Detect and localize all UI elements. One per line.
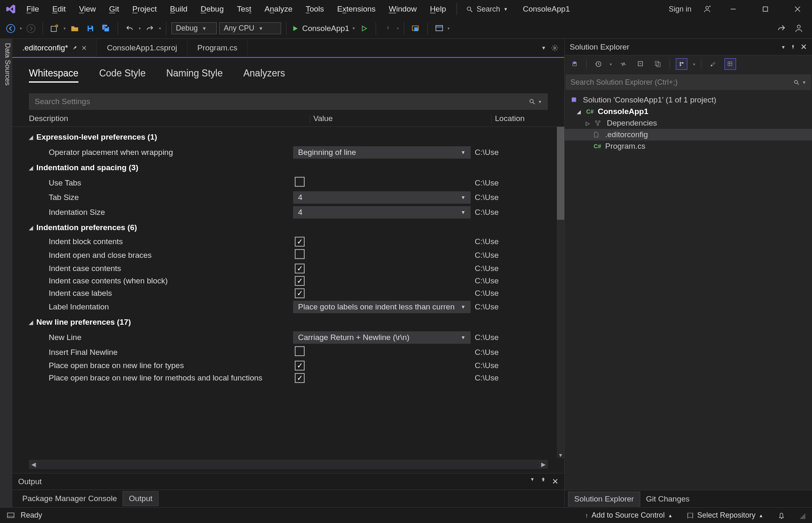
save-all-button[interactable] xyxy=(99,22,113,35)
live-share-button[interactable] xyxy=(775,22,788,35)
tree-file-node[interactable]: .editorconfig xyxy=(565,129,812,140)
properties-icon[interactable] xyxy=(707,58,719,70)
add-to-source-control[interactable]: ↑ Add to Source Control ▲ xyxy=(585,511,673,520)
sync-icon[interactable] xyxy=(618,58,629,70)
horizontal-scrollbar[interactable]: ◀ ▶ xyxy=(29,460,548,469)
chevron-down-icon[interactable]: ▾ xyxy=(610,62,612,67)
collapse-caret-icon[interactable]: ◢ xyxy=(29,165,33,171)
setting-value-combo[interactable]: Place goto labels one indent less than c… xyxy=(293,301,471,313)
right-tab-git-changes[interactable]: Git Changes xyxy=(640,492,696,506)
menu-window[interactable]: Window xyxy=(382,5,424,14)
undo-button[interactable] xyxy=(123,22,136,35)
menu-test[interactable]: Test xyxy=(230,5,258,14)
setting-value-checkbox[interactable]: ✓ xyxy=(295,237,305,247)
chevron-down-icon[interactable]: ▾ xyxy=(139,26,141,31)
menu-view[interactable]: View xyxy=(72,5,102,14)
bottom-tab-package-manager-console[interactable]: Package Manager Console xyxy=(17,492,123,506)
setting-value-combo[interactable]: Beginning of line▼ xyxy=(293,146,471,159)
collapse-caret-icon[interactable]: ◢ xyxy=(29,319,33,326)
settings-group-header[interactable]: ◢ New line preferences (17) xyxy=(29,314,564,330)
setting-value-checkbox[interactable]: ✓ xyxy=(295,373,305,383)
tree-file-node[interactable]: C# Program.cs xyxy=(565,140,812,152)
menu-debug[interactable]: Debug xyxy=(194,5,230,14)
new-project-button[interactable] xyxy=(48,22,61,35)
search-settings-input[interactable]: Search Settings ▼ xyxy=(29,93,548,110)
sidebar-data-sources[interactable]: Data Sources xyxy=(0,39,12,507)
nav-back-button[interactable] xyxy=(4,22,17,35)
solution-platforms-combo[interactable]: Any CPU▼ xyxy=(219,22,281,34)
setting-value-combo[interactable]: 4▼ xyxy=(293,206,471,219)
save-button[interactable] xyxy=(84,22,97,35)
menu-help[interactable]: Help xyxy=(423,5,452,14)
pin-icon[interactable] xyxy=(71,45,78,52)
show-all-files-icon[interactable] xyxy=(652,58,664,70)
browse-button[interactable] xyxy=(409,22,422,35)
window-layout-button[interactable] xyxy=(433,22,446,35)
start-debugging-button[interactable]: ConsoleApp1 ▾ xyxy=(291,24,355,33)
close-icon[interactable]: ✕ xyxy=(81,44,87,52)
close-icon[interactable]: ✕ xyxy=(552,477,559,486)
hot-reload-button[interactable] xyxy=(381,22,394,35)
home-icon[interactable] xyxy=(569,58,580,70)
setting-value-checkbox[interactable]: ✓ xyxy=(295,264,305,273)
chevron-down-icon[interactable]: ▾ xyxy=(159,26,161,31)
document-tab[interactable]: ConsoleApp1.csproj xyxy=(97,39,187,57)
column-header-value[interactable]: Value xyxy=(310,114,491,123)
chevron-down-icon[interactable]: ▾ xyxy=(353,26,355,31)
minimize-button[interactable] xyxy=(723,1,743,17)
notifications-icon[interactable] xyxy=(777,511,786,520)
open-file-button[interactable] xyxy=(68,22,81,35)
solution-explorer-search[interactable]: Search Solution Explorer (Ctrl+;) ▼ xyxy=(566,74,811,90)
nav-forward-button[interactable] xyxy=(24,22,38,35)
setting-value-checkbox[interactable]: ✓ xyxy=(295,288,305,298)
bottom-tab-output[interactable]: Output xyxy=(123,491,159,506)
setting-value-checkbox[interactable] xyxy=(295,346,305,356)
setting-value-combo[interactable]: Carriage Return + Newline (\r\n)▼ xyxy=(293,331,471,344)
output-window-icon[interactable] xyxy=(7,512,15,519)
menu-git[interactable]: Git xyxy=(102,5,125,14)
editorconfig-tab-whitespace[interactable]: Whitespace xyxy=(29,68,78,83)
select-repository[interactable]: Select Repository ▲ xyxy=(687,511,763,520)
chevron-down-icon[interactable]: ▼ xyxy=(538,100,542,104)
menu-extensions[interactable]: Extensions xyxy=(331,5,382,14)
menu-file[interactable]: File xyxy=(20,5,46,14)
active-files-dropdown-icon[interactable]: ▼ xyxy=(541,45,546,51)
pin-icon[interactable] xyxy=(540,477,546,486)
setting-value-combo[interactable]: 4▼ xyxy=(293,191,471,204)
overflow-icon[interactable]: ▾ xyxy=(447,26,450,31)
column-header-location[interactable]: Location xyxy=(491,114,548,123)
redo-button[interactable] xyxy=(143,22,156,35)
right-tab-solution-explorer[interactable]: Solution Explorer xyxy=(568,492,640,506)
scroll-left-icon[interactable]: ◀ xyxy=(29,461,38,468)
editorconfig-tab-naming-style[interactable]: Naming Style xyxy=(166,68,223,83)
chevron-down-icon[interactable]: ▼ xyxy=(802,80,806,85)
vertical-scrollbar[interactable]: ▼ xyxy=(557,127,564,458)
document-tab[interactable]: Program.cs xyxy=(187,39,248,57)
preview-selected-icon[interactable] xyxy=(676,58,687,70)
chevron-down-icon[interactable]: ▾ xyxy=(693,62,695,67)
scroll-right-icon[interactable]: ▶ xyxy=(539,461,548,468)
tree-project-node[interactable]: ◢ C# ConsoleApp1 xyxy=(565,106,812,117)
column-header-description[interactable]: Description xyxy=(29,114,310,123)
settings-gear-icon[interactable] xyxy=(551,44,559,52)
tree-dependencies-node[interactable]: ▷ Dependencies xyxy=(565,117,812,129)
chevron-down-icon[interactable]: ▾ xyxy=(64,26,66,31)
account-manage-icon[interactable] xyxy=(703,5,711,13)
quick-launch-search[interactable]: Search ▼ xyxy=(461,5,513,14)
document-tab[interactable]: .editorconfig*✕ xyxy=(12,39,97,57)
settings-group-header[interactable]: ◢ Indentation preferences (6) xyxy=(29,220,564,235)
collapse-caret-icon[interactable]: ◢ xyxy=(29,225,33,231)
menu-project[interactable]: Project xyxy=(126,5,163,14)
close-button[interactable] xyxy=(787,1,808,17)
resize-grip-icon[interactable]: ◢ xyxy=(800,511,805,520)
settings-group-header[interactable]: ◢ Indentation and spacing (3) xyxy=(29,160,564,176)
track-active-icon[interactable] xyxy=(724,58,736,70)
history-icon[interactable] xyxy=(592,58,604,70)
menu-build[interactable]: Build xyxy=(163,5,194,14)
solution-configurations-combo[interactable]: Debug▼ xyxy=(171,22,217,34)
setting-value-checkbox[interactable] xyxy=(295,177,305,187)
editorconfig-tab-code-style[interactable]: Code Style xyxy=(99,68,146,83)
collapse-all-icon[interactable] xyxy=(635,58,646,70)
collapse-caret-icon[interactable]: ◢ xyxy=(29,134,33,140)
pin-icon[interactable] xyxy=(791,45,795,50)
